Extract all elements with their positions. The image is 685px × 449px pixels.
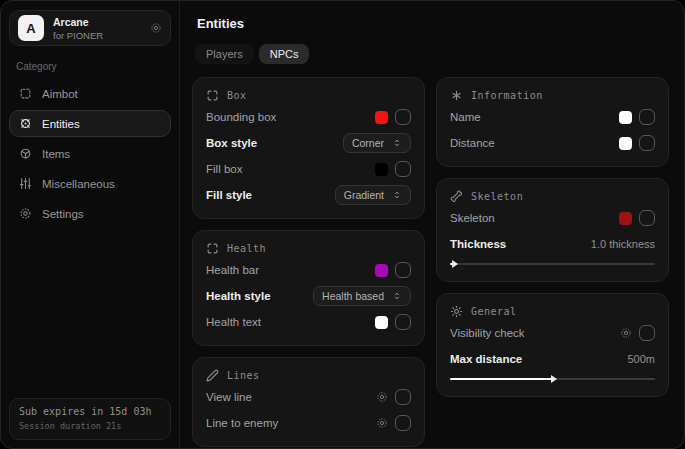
checkbox[interactable] bbox=[639, 325, 655, 341]
box-style-dropdown[interactable]: Corner bbox=[343, 133, 411, 153]
fill-style-dropdown[interactable]: Gradient bbox=[335, 185, 411, 205]
health-style-dropdown[interactable]: Health based bbox=[313, 286, 411, 306]
gear-icon[interactable] bbox=[620, 327, 632, 339]
sidebar-item-label: Settings bbox=[42, 208, 84, 220]
session-duration-text: Session duration 21s bbox=[19, 421, 161, 431]
setting-row: Line to enemy bbox=[206, 412, 411, 434]
color-swatch[interactable] bbox=[375, 163, 388, 176]
color-swatch[interactable] bbox=[375, 111, 388, 124]
setting-row: View line bbox=[206, 386, 411, 408]
setting-row: Thickness 1.0 thickness bbox=[450, 233, 655, 255]
card-title: Box bbox=[227, 90, 247, 101]
lines-card-header: Lines bbox=[206, 369, 411, 382]
chevrons-up-down-icon bbox=[392, 291, 402, 301]
checkbox[interactable] bbox=[639, 135, 655, 151]
setting-row: Max distance 500m bbox=[450, 348, 655, 370]
gear-icon[interactable] bbox=[150, 22, 162, 34]
checkbox[interactable] bbox=[395, 389, 411, 405]
row-label: Distance bbox=[450, 137, 495, 149]
tab-npcs[interactable]: NPCs bbox=[259, 44, 310, 64]
gear-icon[interactable] bbox=[376, 417, 388, 429]
row-label: Box style bbox=[206, 137, 257, 149]
tab-players[interactable]: Players bbox=[195, 44, 254, 64]
brand-subtitle: for PIONER bbox=[53, 30, 103, 41]
box-select-icon bbox=[19, 87, 32, 100]
sidebar-item-label: Aimbot bbox=[42, 88, 78, 100]
box-card: Box Bounding box Box style Corner bbox=[192, 77, 425, 219]
checkbox[interactable] bbox=[639, 109, 655, 125]
left-column: Box Bounding box Box style Corner bbox=[192, 77, 425, 447]
general-card-header: General bbox=[450, 305, 655, 318]
checkbox[interactable] bbox=[395, 262, 411, 278]
entity-tabs: Players NPCs bbox=[195, 44, 669, 64]
setting-row: Visibility check bbox=[450, 322, 655, 344]
color-swatch[interactable] bbox=[375, 264, 388, 277]
slider-thumb[interactable] bbox=[452, 260, 458, 268]
lines-card: Lines View line Line to enemy bbox=[192, 357, 425, 447]
setting-row: Skeleton bbox=[450, 207, 655, 229]
checkbox[interactable] bbox=[395, 109, 411, 125]
setting-row: Name bbox=[450, 106, 655, 128]
color-swatch[interactable] bbox=[619, 137, 632, 150]
brand-name: Arcane bbox=[53, 16, 103, 28]
setting-row: Health text bbox=[206, 311, 411, 333]
card-columns: Box Bounding box Box style Corner bbox=[192, 77, 669, 447]
information-card: Information Name Distance bbox=[436, 77, 669, 167]
color-swatch[interactable] bbox=[619, 212, 632, 225]
arcane-window: A Arcane for PIONER Category Aimbot bbox=[0, 0, 685, 449]
sidebar-nav: Aimbot Entities Items Miscellaneous bbox=[9, 80, 171, 227]
setting-row: Bounding box bbox=[206, 106, 411, 128]
checkbox[interactable] bbox=[639, 210, 655, 226]
sliders-icon bbox=[19, 177, 32, 190]
corner-brackets-icon bbox=[206, 89, 219, 102]
corner-brackets-icon bbox=[206, 242, 219, 255]
asterisk-icon bbox=[450, 89, 463, 102]
main-content: Entities Players NPCs Box Bounding box bbox=[180, 1, 684, 448]
max-distance-value: 500m bbox=[627, 353, 655, 365]
sidebar-item-label: Miscellaneous bbox=[42, 178, 115, 190]
setting-row: Fill style Gradient bbox=[206, 184, 411, 206]
sidebar-item-aimbot[interactable]: Aimbot bbox=[9, 80, 171, 107]
bone-icon bbox=[450, 190, 463, 203]
row-label: Health style bbox=[206, 290, 271, 302]
sphere-icon bbox=[19, 147, 32, 160]
sidebar-item-items[interactable]: Items bbox=[9, 140, 171, 167]
row-label: Name bbox=[450, 111, 481, 123]
checkbox[interactable] bbox=[395, 314, 411, 330]
max-distance-slider[interactable] bbox=[450, 374, 655, 384]
thickness-value: 1.0 thickness bbox=[591, 238, 655, 250]
card-title: Information bbox=[471, 90, 543, 101]
setting-row: Box style Corner bbox=[206, 132, 411, 154]
row-label: View line bbox=[206, 391, 252, 403]
row-label: Max distance bbox=[450, 353, 522, 365]
chevrons-up-down-icon bbox=[392, 138, 402, 148]
right-column: Information Name Distance bbox=[436, 77, 669, 447]
gear-icon[interactable] bbox=[376, 391, 388, 403]
sidebar: A Arcane for PIONER Category Aimbot bbox=[1, 1, 180, 448]
setting-row: Fill box bbox=[206, 158, 411, 180]
slider-thumb[interactable] bbox=[551, 375, 557, 383]
subscription-info: Sub expires in 15d 03h Session duration … bbox=[9, 398, 171, 440]
checkbox[interactable] bbox=[395, 415, 411, 431]
checkbox[interactable] bbox=[395, 161, 411, 177]
radar-icon bbox=[19, 117, 32, 130]
sidebar-item-miscellaneous[interactable]: Miscellaneous bbox=[9, 170, 171, 197]
row-label: Health text bbox=[206, 316, 261, 328]
card-title: General bbox=[471, 306, 517, 317]
row-label: Visibility check bbox=[450, 327, 525, 339]
general-card: General Visibility check Max distance bbox=[436, 293, 669, 397]
row-label: Line to enemy bbox=[206, 417, 278, 429]
sidebar-item-label: Entities bbox=[42, 118, 80, 130]
thickness-slider[interactable] bbox=[450, 259, 655, 269]
setting-row: Distance bbox=[450, 132, 655, 154]
color-swatch[interactable] bbox=[375, 316, 388, 329]
slider-fill bbox=[450, 378, 553, 380]
sidebar-item-settings[interactable]: Settings bbox=[9, 200, 171, 227]
sidebar-item-entities[interactable]: Entities bbox=[9, 110, 171, 137]
brand-text: Arcane for PIONER bbox=[53, 16, 103, 41]
color-swatch[interactable] bbox=[619, 111, 632, 124]
dropdown-value: Gradient bbox=[344, 189, 384, 201]
slider-track[interactable] bbox=[450, 263, 655, 265]
skeleton-card-header: Skeleton bbox=[450, 190, 655, 203]
dropdown-value: Corner bbox=[352, 137, 384, 149]
